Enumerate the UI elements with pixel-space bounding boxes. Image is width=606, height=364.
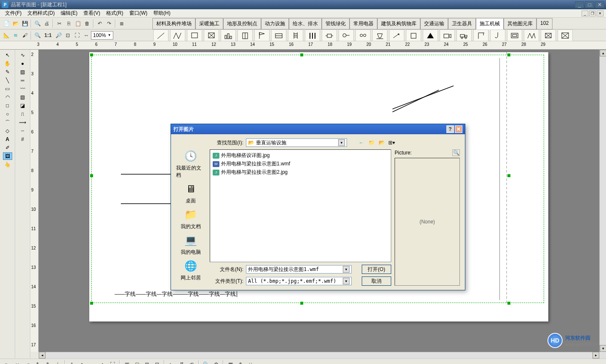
polygon-outline-icon[interactable]: ◇ — [3, 127, 12, 135]
category-tab[interactable]: 建筑及构筑物库 — [377, 18, 420, 29]
places-desktop[interactable]: 🖥桌面 — [183, 181, 198, 205]
preview-toggle-icon[interactable]: 🔍 — [452, 149, 460, 156]
category-tab[interactable]: 采暖施工 — [195, 18, 223, 29]
open-file-icon[interactable]: 📂 — [11, 19, 20, 28]
pan-icon[interactable]: ↔ — [82, 31, 91, 40]
align-center-h-icon[interactable]: ⇔ — [13, 360, 22, 364]
rotate-icon[interactable]: ⟲ — [187, 360, 196, 364]
selection-handle[interactable] — [90, 302, 93, 305]
zoom-fit-icon[interactable]: ⛶ — [72, 31, 82, 40]
menu-window[interactable]: 窗口(W) — [127, 9, 150, 18]
cut-icon[interactable]: ✂ — [55, 19, 64, 28]
menu-file[interactable]: 文件(F) — [3, 9, 24, 18]
places-network[interactable]: 🌐网上邻居 — [181, 258, 201, 282]
menu-format[interactable]: 格式(R) — [104, 9, 126, 18]
filetype-combo[interactable]: All (*.bmp;*.jpg;*.emf;*.wmf) ▼ — [246, 277, 352, 285]
shape-bars-icon[interactable] — [221, 29, 236, 41]
group-icon[interactable]: ⊞ — [142, 360, 152, 364]
shape-slash-icon[interactable] — [153, 29, 168, 41]
new-file-icon[interactable]: 📄 — [2, 19, 11, 28]
distribute-h-icon[interactable]: ⫿ — [67, 360, 77, 364]
zoom-combo[interactable]: 100% ▼ — [91, 31, 113, 40]
zoom-11-button[interactable]: 1:1 — [42, 31, 54, 40]
menu-edit[interactable]: 编辑(E) — [58, 9, 80, 18]
chevron-down-icon[interactable]: ▼ — [343, 266, 350, 273]
align-left-icon[interactable]: ⇤ — [3, 360, 12, 364]
copy-icon[interactable]: ⎘ — [64, 19, 73, 28]
arrow-outline-icon[interactable]: ⟿ — [18, 119, 27, 126]
places-recent[interactable]: 🕓我最近的文档 — [176, 149, 206, 179]
category-tab[interactable]: 动力设施 — [261, 18, 289, 29]
category-tab[interactable]: 102 — [537, 18, 553, 29]
align-bottom-icon[interactable]: ⇣ — [53, 360, 62, 364]
dots-icon[interactable]: ⁙ — [246, 360, 255, 364]
eraser-icon[interactable]: ◪ — [18, 102, 27, 109]
file-list[interactable]: J外用电梯搭设详图.jpgW外用电梯与梁拉接示意图1.wmfJ外用电梯与梁拉接示… — [210, 149, 391, 262]
zoom-in-icon[interactable]: 🔍 — [33, 31, 42, 40]
measure-tool-icon[interactable]: ✐ — [3, 144, 12, 151]
shape-key-icon[interactable] — [339, 29, 354, 41]
scroll-right-icon[interactable]: ▸ — [593, 352, 599, 359]
chevron-down-icon[interactable]: ▼ — [338, 139, 345, 146]
horizontal-scrollbar[interactable] — [45, 352, 593, 359]
shape-truck-icon[interactable] — [457, 29, 472, 41]
places-documents[interactable]: 📁我的文档 — [181, 207, 201, 230]
pencil-tool-icon[interactable]: ✎ — [3, 68, 12, 76]
view-menu-icon[interactable]: ⊞▾ — [387, 138, 396, 147]
category-tab[interactable]: 材料及构件堆场 — [152, 18, 195, 29]
print-icon[interactable]: 🖨 — [42, 19, 51, 28]
curve-tool-icon[interactable]: ⌒ — [3, 119, 12, 126]
lookin-combo[interactable]: 📂 垂直运输设施 ▼ — [246, 138, 347, 147]
double-line-icon[interactable]: ═ — [18, 77, 27, 84]
send-back-icon[interactable]: ▢ — [132, 360, 141, 364]
menu-docstyle[interactable]: 文档样式(D) — [25, 9, 57, 18]
number-icon[interactable]: # — [18, 136, 27, 143]
selection-handle[interactable] — [90, 174, 93, 177]
print-preview-icon[interactable]: 🔍 — [33, 19, 42, 28]
shape-zigzag2-icon[interactable] — [524, 29, 539, 41]
hand-tool-icon[interactable]: ✋ — [3, 60, 12, 67]
same-width-icon[interactable]: ↔ — [88, 360, 97, 364]
dialog-title-bar[interactable]: 打开图片 ? ✕ — [171, 124, 465, 134]
shape-crossbox-icon[interactable] — [541, 29, 556, 41]
shape-camera-icon[interactable] — [440, 29, 455, 41]
flip-h-icon[interactable]: ⇋ — [167, 360, 176, 364]
mdi-minimize-button[interactable]: _ — [582, 11, 588, 16]
maximize-button[interactable]: □ — [585, 1, 594, 8]
shape-hook-icon[interactable] — [490, 29, 505, 41]
line-tool-icon[interactable]: ╲ — [3, 77, 12, 84]
image-tool-icon[interactable]: 🖼 — [3, 152, 12, 160]
selection-handle[interactable] — [507, 174, 510, 177]
distribute-v-icon[interactable]: ⫾ — [77, 360, 87, 364]
menu-view[interactable]: 查看(V) — [81, 9, 103, 18]
same-height-icon[interactable]: ↕ — [98, 360, 107, 364]
scroll-down-icon[interactable]: ▾ — [600, 345, 606, 352]
bring-front-icon[interactable]: ▣ — [122, 360, 131, 364]
shape-roller-icon[interactable] — [355, 29, 371, 41]
vertical-scrollbar[interactable]: ▴ ▾ — [599, 50, 606, 352]
hatch-left-icon[interactable]: ▧ — [18, 93, 27, 101]
layer-icon[interactable]: 📐 — [2, 31, 11, 40]
redo-icon[interactable]: ↷ — [104, 19, 114, 28]
category-tab[interactable]: 卫生器具 — [448, 18, 476, 29]
filled-circle-icon[interactable]: ● — [18, 60, 27, 67]
list-icon[interactable]: ≣ — [117, 19, 126, 28]
shape-rect-icon[interactable] — [187, 29, 202, 41]
shape-solidtriangle-icon[interactable] — [423, 29, 438, 41]
selection-handle[interactable] — [300, 53, 303, 56]
text-tool-icon[interactable]: A — [3, 136, 12, 143]
shape-window-icon[interactable] — [271, 29, 286, 41]
settings-icon[interactable]: ⚙ — [211, 360, 221, 364]
mdi-close-button[interactable]: ✕ — [597, 11, 603, 16]
filename-combo[interactable]: 外用电梯与梁拉接示意图1.wmf ▼ — [246, 265, 352, 274]
circle-tool-icon[interactable]: ○ — [3, 110, 12, 118]
selection-handle[interactable] — [507, 53, 510, 56]
minimize-button[interactable]: _ — [575, 1, 584, 8]
category-tab[interactable]: 交通运输 — [420, 18, 448, 29]
undo-icon[interactable]: ↶ — [95, 19, 104, 28]
places-computer[interactable]: 💻我的电脑 — [181, 233, 201, 256]
scroll-left-icon[interactable]: ◂ — [39, 352, 45, 359]
same-size-icon[interactable]: ⛶ — [108, 360, 117, 364]
category-tab[interactable]: 管线绿化 — [322, 18, 350, 29]
sine-icon[interactable]: ∿ — [18, 51, 27, 59]
